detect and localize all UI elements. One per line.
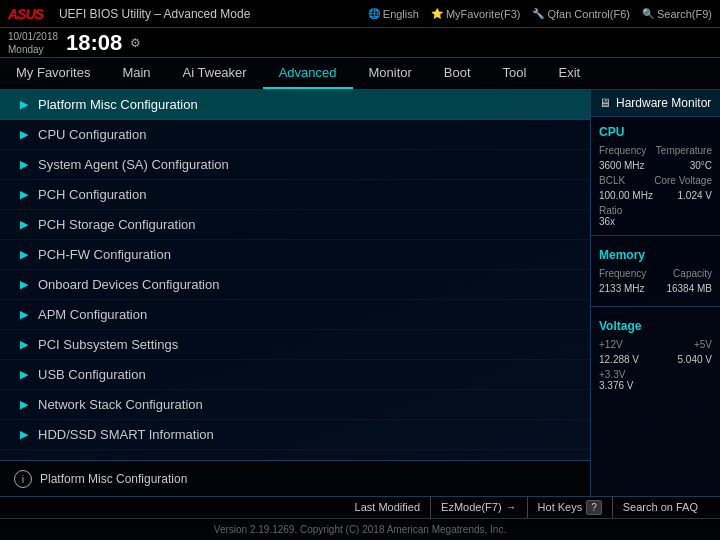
menu-item-pch-storage[interactable]: ▶ PCH Storage Configuration	[0, 210, 590, 240]
favorites-item[interactable]: ⭐ MyFavorite(F3)	[431, 8, 521, 20]
ezmode-btn[interactable]: EzMode(F7) →	[431, 497, 528, 518]
cpu-corev-label: Core Voltage	[654, 175, 712, 186]
nav-monitor[interactable]: Monitor	[353, 58, 428, 89]
arrow-icon-1: ▶	[20, 128, 28, 141]
cpu-ratio-value: 36x	[599, 216, 712, 227]
voltage-title: Voltage	[599, 319, 712, 333]
arrow-icon-6: ▶	[20, 278, 28, 291]
topbar: ASUS UEFI BIOS Utility – Advanced Mode 🌐…	[0, 0, 720, 28]
arrow-icon-9: ▶	[20, 368, 28, 381]
cpu-freq-row: Frequency Temperature	[599, 145, 712, 156]
footer-top: Last Modified EzMode(F7) → Hot Keys ? Se…	[0, 497, 720, 519]
date-display: 10/01/2018 Monday	[8, 30, 58, 56]
menu-item-pch-fw[interactable]: ▶ PCH-FW Configuration	[0, 240, 590, 270]
fan-icon: 🔧	[532, 8, 544, 19]
mem-freq-row: Frequency Capacity	[599, 268, 712, 279]
menu-item-cpu[interactable]: ▶ CPU Configuration	[0, 120, 590, 150]
volt-5-label: +5V	[694, 339, 712, 350]
menu-list: ▶ Platform Misc Configuration ▶ CPU Conf…	[0, 90, 590, 460]
footer: Last Modified EzMode(F7) → Hot Keys ? Se…	[0, 496, 720, 540]
cpu-ratio-label: Ratio	[599, 205, 712, 216]
memory-title: Memory	[599, 248, 712, 262]
main-content: ▶ Platform Misc Configuration ▶ CPU Conf…	[0, 90, 720, 496]
topbar-right: 🌐 English ⭐ MyFavorite(F3) 🔧 Qfan Contro…	[368, 8, 712, 20]
volt-12-label: +12V	[599, 339, 623, 350]
hw-monitor-header: 🖥 Hardware Monitor	[591, 90, 720, 117]
mem-freq-label: Frequency	[599, 268, 646, 279]
search-faq-btn[interactable]: Search on FAQ	[613, 497, 708, 518]
cpu-freq-val-row: 3600 MHz 30°C	[599, 160, 712, 171]
qfan-item[interactable]: 🔧 Qfan Control(F6)	[532, 8, 630, 20]
app-title: UEFI BIOS Utility – Advanced Mode	[59, 7, 250, 21]
nav-advanced[interactable]: Advanced	[263, 58, 353, 89]
cpu-temp-label: Temperature	[656, 145, 712, 156]
cpu-freq-label: Frequency	[599, 145, 646, 156]
cpu-temp-value: 30°C	[690, 160, 712, 171]
cpu-bclk-row: BCLK Core Voltage	[599, 175, 712, 186]
menu-item-hdd[interactable]: ▶ HDD/SSD SMART Information	[0, 420, 590, 450]
volt-12-val-row: 12.288 V 5.040 V	[599, 354, 712, 365]
cpu-bclk-value: 100.00 MHz	[599, 190, 653, 201]
settings-icon[interactable]: ⚙	[130, 36, 141, 50]
arrow-icon-3: ▶	[20, 188, 28, 201]
datetime-bar: 10/01/2018 Monday 18:08 ⚙	[0, 28, 720, 58]
arrow-icon-0: ▶	[20, 98, 28, 111]
arrow-icon-7: ▶	[20, 308, 28, 321]
cpu-bclk-label: BCLK	[599, 175, 625, 186]
memory-section: Memory Frequency Capacity 2133 MHz 16384…	[591, 240, 720, 302]
arrow-icon-8: ▶	[20, 338, 28, 351]
footer-bottom: Version 2.19.1269. Copyright (C) 2018 Am…	[0, 519, 720, 540]
nav-tool[interactable]: Tool	[487, 58, 543, 89]
arrow-icon-5: ▶	[20, 248, 28, 261]
volt-12-row: +12V +5V	[599, 339, 712, 350]
nav-main[interactable]: Main	[106, 58, 166, 89]
voltage-section: Voltage +12V +5V 12.288 V 5.040 V +3.3V …	[591, 311, 720, 395]
mem-freq-value: 2133 MHz	[599, 283, 645, 294]
menu-item-apm[interactable]: ▶ APM Configuration	[0, 300, 590, 330]
hardware-monitor-panel: 🖥 Hardware Monitor CPU Frequency Tempera…	[590, 90, 720, 496]
copyright-text: Version 2.19.1269. Copyright (C) 2018 Am…	[214, 524, 506, 535]
time-display: 18:08	[66, 32, 122, 54]
nav-ai-tweaker[interactable]: Ai Tweaker	[167, 58, 263, 89]
volt-33-value: 3.376 V	[599, 380, 712, 391]
star-icon: ⭐	[431, 8, 443, 19]
info-icon: i	[14, 470, 32, 488]
cpu-freq-value: 3600 MHz	[599, 160, 645, 171]
arrow-icon-11: ▶	[20, 428, 28, 441]
volt-33-label: +3.3V	[599, 369, 712, 380]
menu-item-usb[interactable]: ▶ USB Configuration	[0, 360, 590, 390]
mem-val-row: 2133 MHz 16384 MB	[599, 283, 712, 294]
volt-5-value: 5.040 V	[678, 354, 712, 365]
mem-cap-value: 16384 MB	[666, 283, 712, 294]
arrow-icon-4: ▶	[20, 218, 28, 231]
asus-logo: ASUS	[8, 6, 43, 22]
nav-exit[interactable]: Exit	[542, 58, 596, 89]
menu-item-system-agent[interactable]: ▶ System Agent (SA) Configuration	[0, 150, 590, 180]
arrow-icon-2: ▶	[20, 158, 28, 171]
arrow-icon-10: ▶	[20, 398, 28, 411]
info-text: Platform Misc Configuration	[40, 472, 187, 486]
language-item[interactable]: 🌐 English	[368, 8, 419, 20]
menu-item-pci[interactable]: ▶ PCI Subsystem Settings	[0, 330, 590, 360]
globe-icon: 🌐	[368, 8, 380, 19]
cpu-section: CPU Frequency Temperature 3600 MHz 30°C …	[591, 117, 720, 231]
hotkeys-btn[interactable]: Hot Keys ?	[528, 497, 613, 518]
menu-item-pch[interactable]: ▶ PCH Configuration	[0, 180, 590, 210]
menu-item-platform[interactable]: ▶ Platform Misc Configuration	[0, 90, 590, 120]
nav-my-favorites[interactable]: My Favorites	[0, 58, 106, 89]
navbar: My Favorites Main Ai Tweaker Advanced Mo…	[0, 58, 720, 90]
nav-boot[interactable]: Boot	[428, 58, 487, 89]
monitor-icon: 🖥	[599, 96, 611, 110]
mem-cap-label: Capacity	[673, 268, 712, 279]
left-panel: ▶ Platform Misc Configuration ▶ CPU Conf…	[0, 90, 590, 496]
search-item[interactable]: 🔍 Search(F9)	[642, 8, 712, 20]
cpu-corev-value: 1.024 V	[678, 190, 712, 201]
last-modified-btn[interactable]: Last Modified	[345, 497, 431, 518]
cpu-bclk-val-row: 100.00 MHz 1.024 V	[599, 190, 712, 201]
info-bar: i Platform Misc Configuration	[0, 460, 590, 496]
cpu-title: CPU	[599, 125, 712, 139]
menu-item-onboard[interactable]: ▶ Onboard Devices Configuration	[0, 270, 590, 300]
volt-12-value: 12.288 V	[599, 354, 639, 365]
menu-item-network[interactable]: ▶ Network Stack Configuration	[0, 390, 590, 420]
search-icon: 🔍	[642, 8, 654, 19]
